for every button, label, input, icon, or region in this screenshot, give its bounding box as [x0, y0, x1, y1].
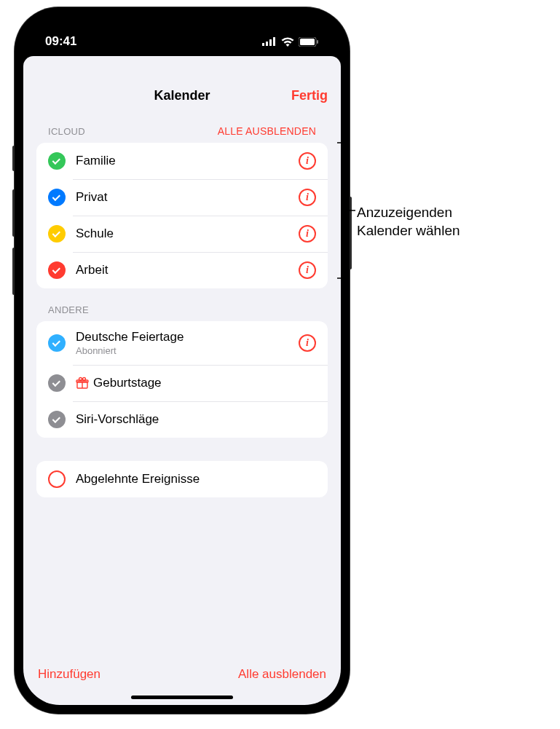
checkmark-familie[interactable] [48, 152, 66, 170]
info-icon[interactable]: i [299, 225, 316, 243]
checkmark-declined[interactable] [48, 470, 66, 488]
calendar-row-privat[interactable]: Privat i [36, 179, 328, 216]
checkmark-schule[interactable] [48, 225, 66, 243]
add-calendar-button[interactable]: Hinzufügen [38, 667, 100, 682]
calendars-sheet: Kalender Fertig ICLOUD ALLE AUSBLENDEN F… [23, 74, 341, 705]
section-header-andere: ANDERE [36, 288, 328, 321]
phone-frame: 09:41 [15, 7, 350, 714]
status-time: 09:41 [45, 34, 76, 49]
calendar-label: Abgelehnte Ereignisse [76, 472, 316, 486]
calendar-row-siri[interactable]: Siri-Vorschläge [36, 401, 328, 438]
svg-rect-0 [262, 43, 264, 46]
callout-text: Anzuzeigenden Kalender wählen [357, 204, 460, 240]
info-icon[interactable]: i [299, 261, 316, 279]
calendar-row-feiertage[interactable]: Deutsche Feiertage Abonniert i [36, 321, 328, 365]
info-icon[interactable]: i [299, 189, 316, 206]
calendar-label: Privat [76, 190, 299, 205]
battery-icon [299, 37, 319, 47]
screen: 09:41 [23, 16, 341, 705]
callout-line2: Kalender wählen [357, 223, 460, 238]
calendar-row-familie[interactable]: Familie i [36, 143, 328, 179]
calendar-label: Familie [76, 154, 299, 168]
sheet-header: Kalender Fertig [23, 74, 341, 117]
svg-rect-6 [317, 40, 318, 44]
sheet-content: ICLOUD ALLE AUSBLENDEN Familie i Privat … [23, 117, 341, 655]
section-header-icloud: ICLOUD ALLE AUSBLENDEN [36, 117, 328, 143]
volume-up [12, 189, 15, 237]
mute-switch [12, 146, 15, 171]
dynamic-island [135, 27, 229, 53]
list-group-icloud: Familie i Privat i Schule i [36, 143, 328, 288]
calendar-row-schule[interactable]: Schule i [36, 216, 328, 252]
volume-down [12, 248, 15, 295]
checkmark-siri[interactable] [48, 411, 66, 428]
checkmark-arbeit[interactable] [48, 261, 66, 279]
calendar-label: Deutsche Feiertage [76, 330, 299, 344]
home-indicator[interactable] [131, 695, 233, 699]
hide-all-icloud-button[interactable]: ALLE AUSBLENDEN [218, 125, 316, 137]
gift-icon [76, 377, 89, 390]
checkmark-geburtstage[interactable] [48, 374, 66, 392]
svg-rect-2 [269, 39, 272, 46]
calendar-label: Arbeit [76, 263, 299, 277]
sheet-title: Kalender [154, 88, 210, 103]
cellular-icon [262, 37, 277, 46]
calendar-sublabel: Abonniert [76, 345, 299, 356]
calendar-label: Schule [76, 226, 299, 241]
callout-line1: Anzuzeigenden [357, 205, 452, 220]
info-icon[interactable]: i [299, 152, 316, 170]
info-icon[interactable]: i [299, 334, 316, 352]
svg-rect-1 [266, 42, 268, 46]
calendar-label: Geburtstage [93, 376, 162, 390]
calendar-label: Siri-Vorschläge [76, 412, 316, 427]
checkmark-privat[interactable] [48, 189, 66, 206]
calendar-row-arbeit[interactable]: Arbeit i [36, 252, 328, 288]
list-group-declined: Abgelehnte Ereignisse [36, 461, 328, 497]
section-label-icloud: ICLOUD [48, 126, 85, 137]
done-button[interactable]: Fertig [291, 88, 328, 103]
svg-rect-3 [273, 37, 275, 46]
wifi-icon [281, 37, 294, 47]
status-right [262, 37, 319, 47]
section-label-andere: ANDERE [48, 304, 89, 315]
calendar-row-geburtstage[interactable]: Geburtstage [36, 365, 328, 401]
hide-all-button[interactable]: Alle ausblenden [238, 667, 326, 682]
list-group-andere: Deutsche Feiertage Abonniert i [36, 321, 328, 438]
svg-rect-5 [300, 39, 315, 45]
calendar-row-declined[interactable]: Abgelehnte Ereignisse [36, 461, 328, 497]
svg-point-11 [83, 378, 86, 381]
svg-point-10 [79, 378, 82, 381]
checkmark-feiertage[interactable] [48, 334, 66, 352]
